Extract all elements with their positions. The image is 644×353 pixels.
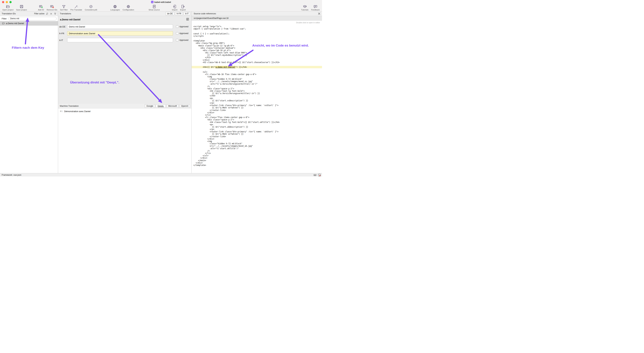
code-line: src="../../assets/images/mood_uk.jpg": [192, 145, 322, 147]
clear-filter-icon[interactable]: [50, 12, 52, 15]
code-line: <img: [192, 140, 322, 142]
toolbar-label: Import: [172, 9, 178, 11]
code-line: import { useTranslation } from "i18next-…: [192, 28, 322, 30]
toolbar-import[interactable]: Import: [170, 4, 179, 11]
approved-label: Approved: [179, 32, 188, 35]
code-line: <p>: [192, 123, 322, 126]
filter-icon[interactable]: [54, 12, 56, 15]
source-file-path: src/pages/start/GuestStartPage.vue:18: [194, 17, 228, 19]
source-code-references-panel: Source code references src/pages/start/G…: [192, 12, 322, 173]
row-language-label: fr-FR: [59, 32, 67, 35]
toolbar-pre-translate[interactable]: Pre-Translate: [69, 4, 83, 11]
source-references-title: Source code references: [194, 13, 216, 15]
provider-openai-button[interactable]: OpenAI: [179, 104, 190, 108]
gear-icon: [126, 5, 130, 9]
approved-control: Approved: [176, 39, 188, 41]
toolbar-add-id[interactable]: Add ID: [37, 4, 45, 11]
translation-key-reference[interactable]: a.Demo mit Daniel: [216, 66, 236, 68]
code-line: <script setup lang="ts">: [192, 25, 322, 28]
filter-input[interactable]: [8, 17, 57, 21]
code-line: <img: [192, 76, 322, 78]
code-line: <li class="flex items-center gap-x-8">: [192, 116, 322, 119]
approved-checkbox[interactable]: [176, 32, 178, 35]
comment-icon[interactable]: [186, 18, 189, 21]
filter-row: Filter:: [0, 16, 58, 21]
toolbar-feedback[interactable]: Feedback: [310, 4, 321, 11]
language-tab-de-DE[interactable]: de-DE: [166, 12, 174, 15]
code-line: [192, 64, 322, 66]
code-line: </li>: [192, 152, 322, 154]
toolbar-open-project[interactable]: Open project: [1, 4, 15, 11]
code-line: const { t } = useTranslation();: [192, 33, 322, 35]
source-file-reference[interactable]: src/pages/start/GuestStartPage.vue:18: [192, 16, 322, 21]
alert-indicator-icon[interactable]: [318, 173, 321, 177]
status-icons: [314, 173, 321, 177]
babeledit-window: b babel-edit.babel Open project Save pro…: [0, 0, 322, 177]
approved-control: Approved: [176, 26, 188, 28]
translation-ids-title: Translation IDs: [2, 13, 16, 15]
mt-suggestion-text: Démonstration avec Daniel: [64, 110, 90, 113]
toolbar-set-filter[interactable]: Set Filter: [58, 4, 69, 11]
code-line: <h4 class="text-lg font-bold">{{ $t("sta…: [192, 121, 322, 123]
toolbar-languages[interactable]: Languages: [109, 4, 121, 11]
translations-title: Translations: [60, 13, 71, 15]
code-line: class="hidden h-72 md:block": [192, 142, 322, 145]
toolbar-configuration[interactable]: Configuration: [121, 4, 136, 11]
toolbar-remove-ids[interactable]: Remove IDs: [45, 4, 58, 11]
code-line: {{ $t("start.vvDescription") }}: [192, 100, 322, 102]
translation-id-list: a.Demo mit Daniel: [0, 21, 58, 26]
code-line: <h3 class="mb-8 text-blue-900">{{ $t("st…: [192, 61, 322, 64]
approved-checkbox[interactable]: [176, 39, 178, 41]
toolbar-label: Save project: [16, 9, 27, 11]
translation-bubble-icon: [2, 22, 5, 25]
keyboard-icon[interactable]: [314, 173, 316, 177]
close-panel-icon[interactable]: [318, 12, 321, 15]
code-line: class="hidden h-72 md:block": [192, 78, 322, 80]
toolbar-save-project[interactable]: Save project: [15, 4, 28, 11]
code-line: </ul>: [192, 154, 322, 157]
code-line: <router-link class="btn-primary" :to="{ …: [192, 104, 322, 107]
source-document-icon: [152, 5, 156, 9]
code-line: :alt="t('start.ukTitle')": [192, 147, 322, 150]
code-line: [192, 37, 322, 40]
magic-wand-icon: [74, 5, 78, 9]
toolbar-spacer: [187, 4, 300, 11]
code-line: <div class="pb-10 pt-4">: [192, 49, 322, 52]
graduation-cap-icon: [303, 5, 307, 9]
provider-deepl-button[interactable]: DeepL: [156, 104, 166, 108]
code-line: <div class="space-y-2">: [192, 88, 322, 90]
translation-input-fr-FR[interactable]: [67, 31, 173, 36]
toolbar-label: Export: [180, 9, 186, 11]
approved-label: Approved: [179, 26, 188, 28]
row-language-label: de-DE: [59, 26, 67, 28]
mt-shortcut-badge: ⌘1: [60, 110, 63, 112]
toolbar-tutorials[interactable]: Tutorials: [300, 4, 310, 11]
translation-input-de-DE[interactable]: [67, 25, 173, 29]
feedback-bubble-icon: [314, 5, 318, 9]
toolbar-label: Configuration: [122, 9, 134, 11]
code-line: <template>: [192, 40, 322, 42]
translations-body: a.Demo mit Daniel de-DE Approved fr-FR: [58, 16, 192, 104]
code-line: </h1>: [192, 56, 322, 59]
translation-input-it-IT[interactable]: [67, 38, 173, 42]
consistency-badge-icon: [89, 5, 93, 9]
mt-suggestion-row[interactable]: ⌘1 Démonstration avec Daniel: [58, 108, 192, 113]
code-line: <ul>: [192, 71, 322, 73]
deepl-annotation-text: Übersetzung direkt mit "DeepL".: [70, 81, 120, 84]
language-tab-it-IT[interactable]: it-IT: [184, 12, 190, 15]
code-line: {{ $t("a.Mehr erfahren") }}: [192, 107, 322, 109]
filter-active-label: Filter active: [34, 13, 44, 15]
approved-checkbox[interactable]: [176, 26, 178, 28]
toolbar-consistency-ai[interactable]: ConsistencyAI: [84, 4, 99, 11]
refresh-filter-icon[interactable]: [46, 12, 48, 15]
code-line: </li>: [192, 114, 322, 116]
provider-microsoft-button[interactable]: Microsoft: [166, 104, 179, 108]
language-tab-fr-FR[interactable]: fr-FR: [175, 12, 183, 15]
translation-id-item[interactable]: a.Demo mit Daniel: [0, 21, 58, 26]
code-line: <router-link class="btn-primary" :to="{ …: [192, 131, 322, 133]
toolbar-show-source[interactable]: Show source: [147, 4, 161, 11]
toolbar-export[interactable]: Export: [179, 4, 187, 11]
provider-google-button[interactable]: Google: [145, 104, 155, 108]
toolbar-label: Tutorials: [301, 9, 308, 11]
remove-ids-icon: [50, 5, 54, 9]
